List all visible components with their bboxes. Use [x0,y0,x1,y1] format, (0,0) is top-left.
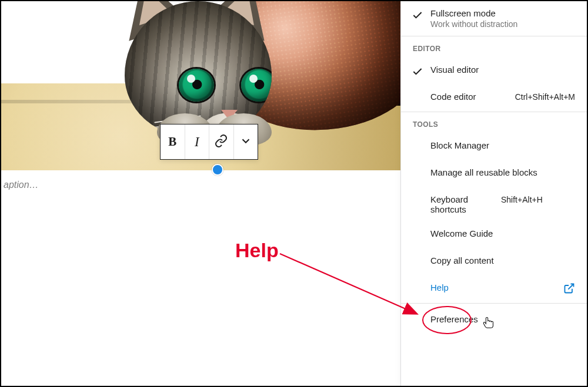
menu-item-label: Block Manager [430,140,489,150]
chevron-down-icon [239,134,252,149]
menu-item-help[interactable]: Help [401,275,587,303]
link-button[interactable] [209,124,233,159]
menu-item-visual-editor[interactable]: Visual editor [401,58,587,85]
menu-item-shortcut: Shift+Alt+H [501,194,543,204]
image-resize-handle[interactable] [212,164,223,176]
italic-button[interactable]: I [185,124,209,159]
menu-item-code-editor[interactable]: Code editor Ctrl+Shift+Alt+M [401,85,587,112]
menu-section-tools: TOOLS [401,112,587,133]
menu-item-block-manager[interactable]: Block Manager [401,133,587,160]
menu-item-shortcut: Ctrl+Shift+Alt+M [515,92,575,102]
italic-icon: I [195,134,199,150]
menu-item-reusable-blocks[interactable]: Manage all reusable blocks [401,160,587,187]
menu-item-label: Fullscreen mode [430,8,496,18]
menu-section-editor: EDITOR [401,36,587,58]
bold-icon: B [168,134,176,149]
menu-item-label: Copy all content [430,255,494,265]
block-toolbar: B I [160,124,258,160]
menu-item-copy-all[interactable]: Copy all content [401,248,587,275]
check-icon [412,9,423,21]
menu-item-label: Visual editor [430,65,479,75]
menu-item-label: Code editor [430,92,476,102]
menu-item-fullscreen[interactable]: Fullscreen mode Work without distraction [401,1,587,36]
check-icon [412,66,423,78]
editor-canvas[interactable]: B I aptio [1,1,401,386]
menu-item-label: Keyboard shortcuts [430,194,468,214]
more-formatting-button[interactable] [233,124,258,159]
link-icon [214,134,228,150]
menu-item-welcome-guide[interactable]: Welcome Guide [401,221,587,248]
external-link-icon [563,282,575,296]
menu-item-label: Help [430,282,449,292]
menu-item-preferences[interactable]: Preferences [401,304,587,334]
menu-item-label: Manage all reusable blocks [430,167,537,177]
menu-item-sublabel: Work without distraction [430,19,575,29]
menu-item-label: Welcome Guide [430,228,493,238]
image-caption-input[interactable]: aption… [1,180,39,190]
menu-item-keyboard-shortcuts[interactable]: Keyboard shortcuts Shift+Alt+H [401,187,587,221]
bold-button[interactable]: B [161,124,185,159]
menu-item-label: Preferences [430,314,478,324]
options-menu: Fullscreen mode Work without distraction… [400,1,587,386]
